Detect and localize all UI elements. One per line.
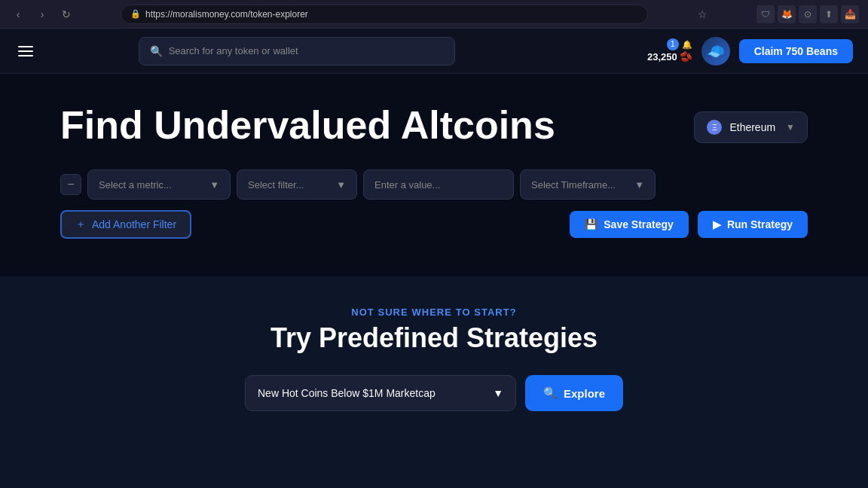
save-strategy-button[interactable]: 💾 Save Strategy (570, 211, 689, 238)
explore-label: Explore (564, 387, 605, 400)
beans-count: 23,250 🫘 (647, 50, 692, 63)
run-strategy-button[interactable]: ▶ Run Strategy (698, 211, 808, 238)
notification-icon: 🔔 (682, 40, 692, 50)
add-filter-button[interactable]: ＋ Add Another Filter (60, 210, 191, 239)
strategy-dropdown[interactable]: New Hot Coins Below $1M Marketcap ▼ (245, 375, 516, 411)
ext-puzzle-icon[interactable]: ⬆ (820, 5, 838, 23)
value-input[interactable]: Enter a value... (363, 169, 514, 200)
beans-notification-row: 1 🔔 (667, 38, 692, 50)
back-button[interactable]: ‹ (9, 5, 27, 23)
value-placeholder: Enter a value... (374, 179, 440, 191)
eth-logo: Ξ (707, 120, 722, 135)
lower-section: NOT SURE WHERE TO START? Try Predefined … (0, 276, 868, 488)
add-filter-label: Add Another Filter (92, 218, 176, 230)
notification-badge: 1 (667, 38, 679, 50)
hero-title: Find Undervalued Altcoins (60, 104, 555, 147)
search-bar[interactable]: 🔍 Search for any token or wallet (139, 37, 455, 66)
ext-fox-icon[interactable]: 🦊 (778, 5, 796, 23)
address-bar[interactable]: 🔒 https://moralismoney.com/token-explore… (121, 5, 648, 24)
browser-extensions: 🛡 🦊 ⊙ ⬆ 📥 (756, 5, 859, 23)
metric-select[interactable]: Select a metric... ▼ (87, 169, 231, 200)
run-strategy-label: Run Strategy (727, 218, 793, 230)
predefined-title: Try Predefined Strategies (270, 322, 598, 354)
timeframe-select[interactable]: Select Timeframe... ▼ (520, 169, 656, 200)
hamburger-button[interactable] (15, 43, 36, 59)
ext-tray-icon[interactable]: 📥 (841, 5, 859, 23)
bean-icon: 🫘 (680, 50, 692, 63)
metric-placeholder: Select a metric... (99, 179, 172, 191)
browser-chrome: ‹ › ↻ 🔒 https://moralismoney.com/token-e… (0, 0, 868, 29)
url-text: https://moralismoney.com/token-explorer (145, 9, 308, 20)
network-selector[interactable]: Ξ Ethereum ▼ (694, 111, 808, 143)
filter-row: − Select a metric... ▼ Select filter... … (60, 169, 808, 200)
strategy-chevron-icon: ▼ (493, 387, 503, 399)
ext-shield-icon[interactable]: 🛡 (756, 5, 775, 23)
metric-chevron-icon: ▼ (209, 179, 219, 191)
forward-button[interactable]: › (33, 5, 51, 23)
ext-circle-icon[interactable]: ⊙ (799, 5, 817, 23)
network-name: Ethereum (729, 121, 775, 133)
timeframe-placeholder: Select Timeframe... (531, 179, 616, 191)
claim-button[interactable]: Claim 750 Beans (739, 39, 853, 63)
run-icon: ▶ (713, 218, 721, 230)
bookmark-button[interactable]: ☆ (693, 5, 711, 23)
app: 🔍 Search for any token or wallet 1 🔔 23,… (0, 29, 868, 488)
navbar-right: 1 🔔 23,250 🫘 🧢 Claim 750 Beans (647, 37, 853, 66)
timeframe-chevron-icon: ▼ (634, 179, 644, 191)
explore-button[interactable]: 🔍 Explore (525, 375, 623, 411)
filter-select[interactable]: Select filter... ▼ (237, 169, 357, 200)
actions-row: ＋ Add Another Filter 💾 Save Strategy ▶ R… (60, 210, 808, 239)
remove-filter-button[interactable]: − (60, 174, 81, 195)
strategy-option-text: New Hot Coins Below $1M Marketcap (258, 387, 436, 399)
plus-icon: ＋ (75, 218, 86, 231)
strategy-row: New Hot Coins Below $1M Marketcap ▼ 🔍 Ex… (245, 375, 623, 411)
save-icon: 💾 (585, 218, 598, 230)
refresh-button[interactable]: ↻ (57, 5, 75, 23)
avatar[interactable]: 🧢 (701, 37, 730, 66)
search-placeholder-text: Search for any token or wallet (169, 45, 298, 56)
lock-icon: 🔒 (130, 9, 141, 19)
filter-chevron-icon: ▼ (336, 179, 346, 191)
navbar: 🔍 Search for any token or wallet 1 🔔 23,… (0, 29, 868, 74)
save-strategy-label: Save Strategy (604, 218, 674, 230)
filter-placeholder: Select filter... (248, 179, 304, 191)
chevron-down-icon: ▼ (786, 122, 795, 133)
explore-search-icon: 🔍 (543, 386, 558, 400)
beans-counter: 1 🔔 23,250 🫘 (647, 38, 692, 63)
not-sure-label: NOT SURE WHERE TO START? (351, 307, 516, 318)
hero-row: Find Undervalued Altcoins Ξ Ethereum ▼ (60, 104, 808, 147)
hero-section: Find Undervalued Altcoins Ξ Ethereum ▼ −… (0, 74, 868, 276)
search-icon: 🔍 (150, 45, 163, 57)
